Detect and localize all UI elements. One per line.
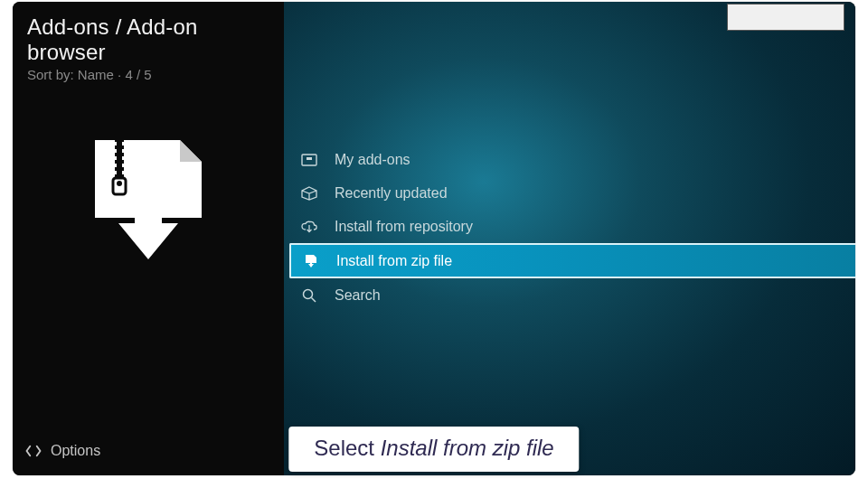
- svg-point-12: [117, 181, 122, 186]
- svg-rect-14: [307, 157, 312, 160]
- svg-point-15: [304, 289, 313, 298]
- menu-item-search[interactable]: Search: [284, 278, 855, 312]
- svg-rect-9: [112, 171, 117, 174]
- svg-rect-2: [122, 142, 127, 145]
- menu-label: Search: [335, 287, 381, 304]
- addons-icon: [300, 154, 318, 166]
- svg-rect-8: [122, 164, 127, 167]
- svg-rect-3: [112, 149, 117, 153]
- menu-label: Recently updated: [335, 185, 448, 202]
- zip-file-download-icon: [90, 136, 207, 263]
- menu-item-install-from-repository[interactable]: Install from repository: [284, 210, 855, 243]
- top-right-box: [727, 4, 844, 31]
- options-arrows-icon: [25, 443, 42, 459]
- svg-rect-1: [112, 142, 117, 145]
- breadcrumb: Add-ons / Add-on browser: [27, 14, 269, 65]
- zip-download-icon: [302, 254, 320, 268]
- app-window: Add-ons / Add-on browser Sort by: Name ·…: [13, 2, 855, 475]
- svg-rect-5: [112, 156, 117, 160]
- svg-rect-10: [122, 171, 127, 174]
- instruction-caption: Select Install from zip file: [288, 427, 579, 472]
- menu-item-install-from-zip[interactable]: Install from zip file: [289, 243, 855, 278]
- menu-label: Install from repository: [335, 219, 473, 235]
- menu-label: My add-ons: [335, 152, 410, 168]
- options-button[interactable]: Options: [13, 443, 284, 463]
- sort-line: Sort by: Name · 4 / 5: [27, 67, 269, 82]
- left-panel: Add-ons / Add-on browser Sort by: Name ·…: [13, 2, 284, 475]
- menu-item-recently-updated[interactable]: Recently updated: [284, 176, 855, 210]
- search-icon: [300, 288, 318, 303]
- svg-rect-7: [112, 164, 117, 167]
- cloud-download-icon: [300, 221, 318, 233]
- svg-rect-6: [122, 156, 127, 160]
- addon-menu: My add-ons Recently updated Install from…: [284, 143, 855, 312]
- box-icon: [300, 186, 318, 201]
- menu-label: Install from zip file: [336, 253, 452, 269]
- content-panel: My add-ons Recently updated Install from…: [284, 2, 855, 475]
- options-label: Options: [51, 443, 100, 459]
- svg-rect-4: [122, 149, 127, 153]
- svg-line-16: [312, 297, 316, 302]
- menu-item-my-addons[interactable]: My add-ons: [284, 143, 855, 176]
